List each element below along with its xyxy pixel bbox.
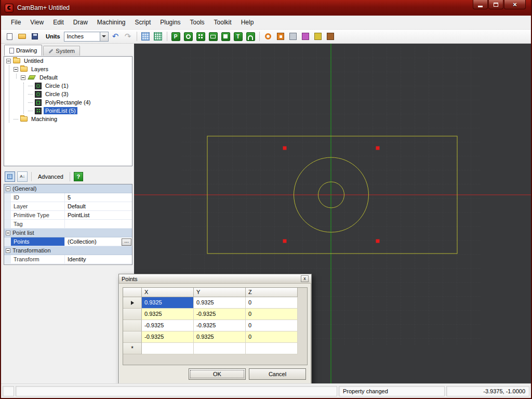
tree-item-untitled[interactable]: Untitled xyxy=(4,57,132,65)
tree-item-pointlist-5[interactable]: PointList (5) xyxy=(4,107,132,115)
category-general[interactable]: (General) xyxy=(4,184,132,193)
drill-op-icon xyxy=(289,33,297,40)
row-selector[interactable] xyxy=(123,320,142,331)
panel-tabs: Drawing System xyxy=(1,44,134,56)
alphabetical-sort-button[interactable]: A↓ xyxy=(17,171,28,182)
tree-item-circle-1[interactable]: Circle (1) xyxy=(4,82,132,90)
circle-tool-icon xyxy=(184,32,193,41)
cell-x[interactable] xyxy=(142,343,194,354)
undo-button[interactable]: ↶ xyxy=(110,31,121,42)
minimize-button[interactable] xyxy=(473,0,488,9)
prop-row-layer[interactable]: Layer Default xyxy=(4,202,132,211)
point-marker[interactable] xyxy=(283,240,287,243)
draw-arc-button[interactable] xyxy=(245,31,256,42)
tree-item-circle-3[interactable]: Circle (3) xyxy=(4,90,132,98)
script-op-button[interactable] xyxy=(313,31,324,42)
draw-circle-button[interactable] xyxy=(183,31,194,42)
collection-editor-button[interactable]: ... xyxy=(122,238,131,246)
cell-x[interactable]: -0.9325 xyxy=(142,320,194,331)
cell-x[interactable]: 0.9325 xyxy=(142,309,194,320)
tree-item-polyrectangle-4[interactable]: PolyRectangle (4) xyxy=(4,98,132,107)
menu-tools[interactable]: Tools xyxy=(185,16,209,29)
cell-y[interactable]: 0.9325 xyxy=(194,331,246,343)
profile-op-button[interactable] xyxy=(263,31,274,42)
menu-machining[interactable]: Machining xyxy=(92,16,130,29)
category-transformation[interactable]: Transformation xyxy=(4,246,132,255)
prop-row-id[interactable]: ID 5 xyxy=(4,193,132,202)
menu-plugins[interactable]: Plugins xyxy=(155,16,185,29)
cancel-button[interactable]: Cancel xyxy=(249,368,306,380)
tree-item-default-layer[interactable]: Default xyxy=(4,73,132,82)
collapse-toggle[interactable] xyxy=(6,248,10,253)
close-button[interactable]: × xyxy=(504,0,526,9)
new-file-button[interactable] xyxy=(4,31,15,42)
engrave-op-button[interactable] xyxy=(300,31,311,42)
point-marker[interactable] xyxy=(376,147,380,150)
menu-edit[interactable]: Edit xyxy=(48,16,69,29)
row-selector[interactable] xyxy=(123,331,142,343)
cell-z[interactable]: 0 xyxy=(246,320,298,331)
menu-script[interactable]: Script xyxy=(130,16,156,29)
new-row-selector[interactable]: * xyxy=(123,343,142,354)
cell-z[interactable] xyxy=(246,343,298,354)
maximize-button[interactable] xyxy=(488,0,503,9)
collapse-toggle[interactable] xyxy=(14,67,18,72)
cell-y[interactable] xyxy=(194,343,246,354)
draw-text-button[interactable]: T xyxy=(233,31,244,42)
grid-snap-button[interactable] xyxy=(140,31,151,42)
advanced-button[interactable]: Advanced xyxy=(35,172,66,181)
tree-item-machining[interactable]: Machining xyxy=(4,115,132,123)
row-selector[interactable] xyxy=(123,297,142,309)
cell-x[interactable]: 0.9325 xyxy=(142,297,194,309)
column-header-y[interactable]: Y xyxy=(194,288,246,297)
collapse-toggle[interactable] xyxy=(6,59,11,63)
lathe-op-button[interactable] xyxy=(325,31,336,42)
cell-z[interactable]: 0 xyxy=(246,297,298,309)
cell-x[interactable]: -0.9325 xyxy=(142,331,194,343)
menu-view[interactable]: View xyxy=(25,16,48,29)
row-selector[interactable] xyxy=(123,309,142,320)
collapse-toggle[interactable] xyxy=(21,75,25,80)
folder-icon xyxy=(20,66,28,72)
draw-points-button[interactable] xyxy=(195,31,206,42)
tree-item-layers[interactable]: Layers xyxy=(4,65,132,73)
pocket-op-button[interactable] xyxy=(275,31,286,42)
drill-op-button[interactable] xyxy=(288,31,299,42)
menu-file[interactable]: File xyxy=(6,16,25,29)
units-combobox[interactable]: Inches xyxy=(64,32,109,42)
cell-y[interactable]: -0.9325 xyxy=(194,320,246,331)
point-marker[interactable] xyxy=(376,240,380,243)
draw-surface-button[interactable] xyxy=(220,31,231,42)
column-header-x[interactable]: X xyxy=(142,288,194,297)
cell-z[interactable]: 0 xyxy=(246,331,298,343)
prop-row-tag[interactable]: Tag xyxy=(4,220,132,229)
save-file-button[interactable] xyxy=(29,31,40,42)
help-button[interactable]: ? xyxy=(74,172,83,181)
point-marker[interactable] xyxy=(283,147,287,150)
draw-polyline-button[interactable]: P xyxy=(170,31,181,42)
menu-toolkit[interactable]: Toolkit xyxy=(209,16,236,29)
cell-z[interactable]: 0 xyxy=(246,309,298,320)
ok-button[interactable]: OK xyxy=(189,368,246,380)
collapse-toggle[interactable] xyxy=(6,231,10,235)
category-point-list[interactable]: Point list xyxy=(4,229,132,237)
menu-draw[interactable]: Draw xyxy=(69,16,92,29)
tab-system[interactable]: System xyxy=(43,46,80,56)
draw-rectangle-button[interactable] xyxy=(208,31,219,42)
prop-row-points[interactable]: Points (Collection) ... xyxy=(4,237,132,246)
collapse-toggle[interactable] xyxy=(6,187,10,191)
cell-y[interactable]: -0.9325 xyxy=(194,309,246,320)
prop-row-primitive-type[interactable]: Primitive Type PointList xyxy=(4,211,132,220)
grid-display-button[interactable] xyxy=(153,31,164,42)
dialog-close-button[interactable]: x xyxy=(301,275,309,282)
column-header-z[interactable]: Z xyxy=(246,288,298,297)
tab-drawing[interactable]: Drawing xyxy=(4,45,42,56)
dialog-title-bar[interactable]: Points x xyxy=(119,274,311,284)
open-file-button[interactable] xyxy=(17,31,28,42)
prop-row-transform[interactable]: Transform Identity xyxy=(4,255,132,264)
categorized-view-button[interactable] xyxy=(5,171,15,182)
redo-button[interactable]: ↷ xyxy=(123,31,134,42)
combo-dropdown-icon[interactable] xyxy=(100,32,108,41)
cell-y[interactable]: 0.9325 xyxy=(194,297,246,309)
menu-help[interactable]: Help xyxy=(236,16,259,29)
